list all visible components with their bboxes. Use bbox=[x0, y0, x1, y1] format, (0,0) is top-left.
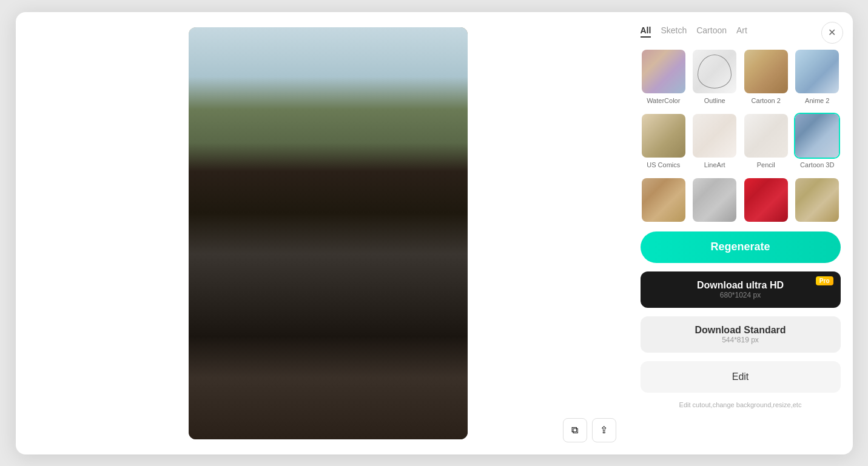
style-label-cartoon3d: Cartoon 3D bbox=[800, 161, 834, 168]
right-panel: All Sketch Cartoon Art WaterColor Outlin… bbox=[634, 12, 853, 454]
tab-art[interactable]: Art bbox=[736, 24, 747, 38]
download-hd-title: Download ultra HD bbox=[697, 280, 784, 291]
style-label-cartoon2: Cartoon 2 bbox=[752, 97, 781, 104]
tab-cartoon[interactable]: Cartoon bbox=[696, 24, 727, 38]
upload-button[interactable]: ⇪ bbox=[592, 418, 616, 442]
edit-button[interactable]: Edit bbox=[641, 361, 841, 393]
style-item-pencil[interactable]: Pencil bbox=[743, 113, 790, 168]
style-thumb-row3b bbox=[691, 177, 738, 223]
style-thumb-pencil bbox=[743, 113, 789, 159]
close-button[interactable]: ✕ bbox=[821, 22, 843, 44]
style-item-row3b[interactable] bbox=[691, 177, 738, 223]
style-grid-row3 bbox=[641, 177, 841, 223]
style-label-anime2: Anime 2 bbox=[805, 97, 829, 104]
style-thumb-outline bbox=[691, 48, 738, 95]
close-icon: ✕ bbox=[828, 27, 836, 38]
compare-icon: ⧉ bbox=[571, 425, 578, 436]
download-hd-size: 680*1024 px bbox=[720, 291, 761, 299]
style-item-uscomics[interactable]: US Comics bbox=[641, 113, 687, 168]
style-thumb-cartoon3d bbox=[794, 113, 840, 159]
style-grid-row2: US Comics LineArt Pencil C bbox=[641, 113, 841, 168]
style-label-pencil: Pencil bbox=[757, 161, 775, 168]
filter-tabs: All Sketch Cartoon Art bbox=[641, 24, 841, 38]
style-thumb-cartoon2 bbox=[743, 48, 789, 95]
style-thumb-anime2 bbox=[794, 48, 840, 95]
download-std-size: 544*819 px bbox=[722, 336, 759, 344]
image-panel: ⧉ ⇪ bbox=[16, 12, 634, 454]
style-item-row3a[interactable] bbox=[641, 177, 687, 223]
style-item-outline[interactable]: Outline bbox=[691, 48, 738, 104]
style-label-lineart: LineArt bbox=[704, 161, 725, 168]
download-std-title: Download Standard bbox=[695, 325, 786, 336]
tab-sketch[interactable]: Sketch bbox=[661, 24, 687, 38]
style-thumb-uscomics bbox=[641, 113, 687, 159]
style-item-cartoon3d[interactable]: Cartoon 3D bbox=[794, 113, 841, 168]
tab-all[interactable]: All bbox=[641, 24, 651, 38]
style-thumb-row3a bbox=[641, 177, 687, 223]
style-item-anime2[interactable]: Anime 2 bbox=[794, 48, 841, 104]
style-item-lineart[interactable]: LineArt bbox=[691, 113, 738, 168]
style-grid-row1: WaterColor Outline Cartoon 2 bbox=[641, 48, 841, 104]
style-item-cartoon2[interactable]: Cartoon 2 bbox=[743, 48, 790, 104]
style-item-watercolor[interactable]: WaterColor bbox=[641, 48, 687, 104]
image-toolbar: ⧉ ⇪ bbox=[563, 418, 616, 442]
style-label-watercolor: WaterColor bbox=[647, 97, 680, 104]
style-thumb-lineart bbox=[691, 113, 738, 159]
compare-button[interactable]: ⧉ bbox=[563, 418, 587, 442]
upload-icon: ⇪ bbox=[600, 424, 608, 436]
modal-container: ✕ ⧉ ⇪ All Sketch Cartoon Art bbox=[16, 12, 853, 454]
regenerate-button[interactable]: Regenerate bbox=[641, 231, 841, 263]
style-item-row3d[interactable] bbox=[794, 177, 841, 223]
style-thumb-row3d bbox=[794, 177, 840, 223]
style-label-uscomics: US Comics bbox=[647, 161, 680, 168]
style-thumb-row3c bbox=[743, 177, 789, 223]
download-hd-button[interactable]: Pro Download ultra HD 680*1024 px bbox=[641, 271, 841, 308]
style-thumb-watercolor bbox=[641, 48, 687, 95]
main-image bbox=[189, 27, 468, 439]
pro-badge: Pro bbox=[816, 276, 833, 285]
image-content bbox=[189, 27, 468, 439]
style-item-row3c[interactable] bbox=[743, 177, 790, 223]
style-label-outline: Outline bbox=[704, 97, 725, 104]
download-std-button[interactable]: Download Standard 544*819 px bbox=[641, 316, 841, 353]
edit-hint: Edit cutout,change background,resize,etc bbox=[641, 401, 841, 408]
